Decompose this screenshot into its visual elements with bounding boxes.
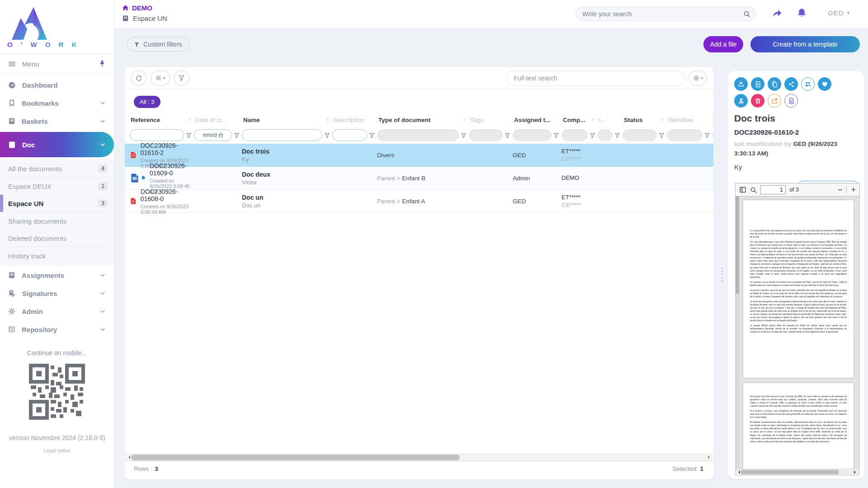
- table-row[interactable]: DOC230926-01609-0 Created on 9/26/2023 3…: [125, 167, 713, 190]
- sidebar-item-bookmarks[interactable]: Bookmarks: [0, 94, 114, 112]
- sidebar-item-dashboard[interactable]: Dashboard: [0, 76, 114, 94]
- filter-i-input[interactable]: [598, 129, 613, 141]
- scroll-right-arrow[interactable]: [708, 455, 712, 459]
- pin-icon[interactable]: [99, 60, 106, 67]
- table-row[interactable]: DOC230926-01610-2 Created on 9/26/2023 3…: [125, 144, 713, 167]
- column-header-y[interactable]: Y...: [712, 115, 713, 124]
- pdf-viewport[interactable]: Il y a aujourd'hui trois cent quarante-h…: [735, 197, 860, 476]
- stamp-button[interactable]: [734, 94, 748, 108]
- share-button[interactable]: [784, 77, 798, 91]
- upload-version-button[interactable]: [751, 77, 764, 91]
- funnel-icon[interactable]: [234, 132, 240, 138]
- sort-caret-icon[interactable]: [660, 117, 665, 122]
- search-icon[interactable]: [750, 187, 757, 193]
- table-row[interactable]: DOC230926-01608-0 Created on 9/26/2023 3…: [125, 190, 713, 213]
- subnav-sharing-documents[interactable]: Sharing documents: [0, 212, 114, 230]
- filter-button[interactable]: [174, 70, 189, 86]
- filter-chip-all[interactable]: All : 3: [134, 96, 160, 108]
- funnel-icon[interactable]: [659, 132, 665, 138]
- download-button[interactable]: [734, 77, 748, 91]
- column-header-i[interactable]: I...: [598, 115, 623, 124]
- subnav-history-track[interactable]: History track: [0, 247, 114, 264]
- share-arrow-icon[interactable]: [772, 8, 783, 19]
- zoom-in-button[interactable]: +: [851, 186, 856, 194]
- sidebar-item-signatures[interactable]: Signatures: [0, 284, 114, 302]
- page-number-input[interactable]: [760, 185, 786, 194]
- sidebar-item-doc[interactable]: Doc: [0, 132, 114, 157]
- refresh-button[interactable]: [131, 70, 146, 86]
- sort-caret-icon[interactable]: [325, 117, 330, 122]
- bell-icon[interactable]: [797, 8, 807, 18]
- column-header-name[interactable]: Name: [242, 115, 332, 124]
- column-header-workflow[interactable]: Workflow: [667, 115, 712, 124]
- filter-company-input[interactable]: [561, 129, 588, 141]
- zoom-out-button[interactable]: −: [838, 186, 843, 194]
- funnel-icon[interactable]: [324, 132, 330, 138]
- fulltext-search-input[interactable]: [506, 70, 685, 86]
- funnel-icon[interactable]: [704, 132, 710, 138]
- filter-description-input[interactable]: [332, 129, 367, 141]
- subnav-espace-deux[interactable]: Espace DEUX 1: [0, 178, 114, 195]
- add-file-button[interactable]: Add a file: [703, 36, 743, 52]
- scrollbar-thumb[interactable]: [736, 197, 739, 294]
- column-header-type[interactable]: Type of document: [377, 115, 469, 124]
- custom-filters-button[interactable]: Custom filters: [127, 37, 189, 52]
- scrollbar-thumb[interactable]: [741, 470, 839, 474]
- breadcrumb-home[interactable]: DEMO: [122, 4, 167, 12]
- open-external-button[interactable]: [768, 94, 781, 108]
- user-menu[interactable]: GED ▾: [828, 9, 850, 17]
- delete-button[interactable]: [751, 94, 764, 108]
- scrollbar-thumb[interactable]: [131, 455, 460, 460]
- search-icon[interactable]: [743, 10, 750, 18]
- pdf-vertical-scrollbar[interactable]: [736, 197, 739, 469]
- pdf-horizontal-scrollbar[interactable]: [736, 469, 859, 475]
- assign-users-button[interactable]: [801, 77, 815, 91]
- sidebar-item-assignments[interactable]: Assignments: [0, 266, 114, 284]
- sidebar-item-repository[interactable]: Repository: [0, 320, 114, 338]
- sidebar-toggle-icon[interactable]: [739, 186, 746, 193]
- subnav-espace-un[interactable]: Espace UN 3: [0, 195, 114, 212]
- table-horizontal-scrollbar[interactable]: [126, 454, 712, 461]
- panel-resize-handle[interactable]: [722, 267, 723, 282]
- table-settings-button[interactable]: ▾: [689, 70, 707, 86]
- column-header-date[interactable]: Date of cr...: [194, 115, 242, 124]
- file-properties-button[interactable]: [784, 94, 798, 108]
- funnel-icon[interactable]: [369, 132, 375, 138]
- filter-name-input[interactable]: [242, 129, 322, 141]
- filter-status-input[interactable]: [623, 129, 657, 141]
- filter-date-input[interactable]: mm/d: [194, 129, 232, 141]
- column-header-assigned[interactable]: Assigned t...: [513, 115, 561, 124]
- filter-y-input[interactable]: [712, 129, 713, 141]
- column-header-tags[interactable]: Tags: [469, 115, 513, 124]
- global-search-input[interactable]: [581, 10, 743, 18]
- column-header-reference[interactable]: Reference: [130, 115, 194, 124]
- subnav-deleted-documents[interactable]: Deleted documents: [0, 230, 114, 247]
- legal-notice-link[interactable]: Legal notice: [0, 448, 114, 453]
- scroll-left-arrow[interactable]: [736, 470, 740, 474]
- funnel-icon[interactable]: [553, 132, 559, 138]
- copy-button[interactable]: [768, 77, 781, 91]
- scroll-right-arrow[interactable]: [854, 470, 858, 474]
- funnel-icon[interactable]: [590, 132, 595, 138]
- subnav-all-documents[interactable]: All the documents 4: [0, 160, 114, 177]
- sort-caret-icon[interactable]: [462, 117, 467, 122]
- menu-toggle[interactable]: Menu: [0, 53, 114, 74]
- create-from-template-button[interactable]: Create from a template: [750, 36, 860, 52]
- funnel-icon[interactable]: [505, 132, 510, 138]
- columns-button[interactable]: ▾: [151, 70, 170, 86]
- scroll-left-arrow[interactable]: [127, 455, 130, 459]
- favorite-button[interactable]: [818, 77, 831, 91]
- column-header-description[interactable]: Description: [332, 115, 377, 124]
- filter-type-input[interactable]: [377, 129, 459, 141]
- sidebar-item-baskets[interactable]: Baskets: [0, 112, 114, 130]
- sort-caret-icon[interactable]: [590, 117, 596, 122]
- filter-assigned-input[interactable]: [513, 129, 552, 141]
- sort-caret-icon[interactable]: [187, 117, 192, 122]
- breadcrumb-space[interactable]: Espace UN: [122, 14, 167, 22]
- filter-workflow-input[interactable]: [667, 129, 703, 141]
- funnel-icon[interactable]: [614, 132, 620, 138]
- funnel-icon[interactable]: [461, 132, 467, 138]
- column-header-company[interactable]: Comp...: [561, 115, 598, 124]
- column-header-status[interactable]: Status: [623, 115, 667, 124]
- funnel-icon[interactable]: [186, 132, 192, 138]
